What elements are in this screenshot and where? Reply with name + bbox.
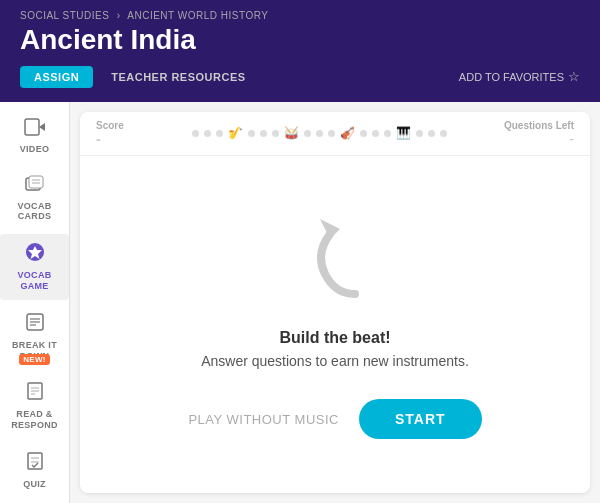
breadcrumb: SOCIAL STUDIES › ANCIENT WORLD HISTORY — [20, 10, 580, 21]
star-icon: ☆ — [568, 69, 580, 84]
game-content: Build the beat! Answer questions to earn… — [80, 156, 590, 493]
header-tabs: ASSIGN TEACHER RESOURCES ADD TO FAVORITE… — [20, 66, 580, 88]
vocab-cards-icon — [25, 175, 45, 198]
vocab-game-icon — [25, 242, 45, 267]
quiz-icon — [25, 451, 45, 476]
svg-rect-3 — [29, 176, 43, 188]
sidebar: VIDEO VOCAB CARDS VOCAB GAME — [0, 102, 70, 503]
new-badge: NEW! — [19, 354, 50, 365]
svg-rect-0 — [25, 119, 39, 135]
dot-11 — [372, 130, 379, 137]
dot-6 — [272, 130, 279, 137]
score-label: Score — [96, 120, 124, 131]
answer-questions-subheading: Answer questions to earn new instruments… — [201, 353, 469, 369]
dot-5 — [260, 130, 267, 137]
game-card: Score - 🎷 🥁 🎻 — [80, 112, 590, 493]
sidebar-vocab-cards-label: VOCAB CARDS — [4, 201, 65, 223]
sidebar-item-quiz[interactable]: QUIZ — [0, 443, 69, 498]
add-to-favorites-button[interactable]: ADD TO FAVORITES ☆ — [459, 69, 580, 84]
questions-left-label: Questions Left — [504, 120, 574, 131]
sidebar-quiz-label: QUIZ — [23, 479, 46, 490]
tab-group: ASSIGN TEACHER RESOURCES — [20, 66, 256, 88]
breadcrumb-social-studies: SOCIAL STUDIES — [20, 10, 109, 21]
page-title: Ancient India — [20, 25, 580, 56]
break-it-down-icon — [25, 312, 45, 337]
breadcrumb-separator: › — [117, 10, 121, 21]
dot-1 — [192, 130, 199, 137]
dot-4 — [248, 130, 255, 137]
sidebar-item-vocab-cards[interactable]: VOCAB CARDS — [0, 167, 69, 231]
start-button[interactable]: START — [359, 399, 482, 439]
add-favorites-label: ADD TO FAVORITES — [459, 71, 564, 83]
piano-icon: 🎹 — [396, 126, 411, 140]
arrow-graphic — [275, 209, 395, 309]
dot-15 — [440, 130, 447, 137]
sidebar-item-read-respond[interactable]: READ & RESPOND — [0, 373, 69, 439]
dot-7 — [304, 130, 311, 137]
dot-9 — [328, 130, 335, 137]
header: SOCIAL STUDIES › ANCIENT WORLD HISTORY A… — [0, 0, 600, 102]
main-layout: VIDEO VOCAB CARDS VOCAB GAME — [0, 102, 600, 503]
music-icon-2: 🎻 — [340, 126, 355, 140]
dot-3 — [216, 130, 223, 137]
questions-left-value: - — [569, 131, 574, 147]
read-respond-icon — [25, 381, 45, 406]
score-value: - — [96, 131, 101, 147]
sidebar-item-vocab-game[interactable]: VOCAB GAME — [0, 234, 69, 300]
svg-marker-22 — [320, 219, 340, 239]
build-beat-heading: Build the beat! — [279, 329, 390, 347]
tab-assign[interactable]: ASSIGN — [20, 66, 93, 88]
video-icon — [24, 118, 46, 141]
dot-14 — [428, 130, 435, 137]
sidebar-vocab-game-label: VOCAB GAME — [4, 270, 65, 292]
sidebar-read-respond-label: READ & RESPOND — [4, 409, 65, 431]
sidebar-video-label: VIDEO — [20, 144, 50, 155]
dot-2 — [204, 130, 211, 137]
sidebar-item-video[interactable]: VIDEO — [0, 110, 69, 163]
score-bar: Score - 🎷 🥁 🎻 — [80, 112, 590, 156]
drum-icon: 🥁 — [284, 126, 299, 140]
dot-13 — [416, 130, 423, 137]
content-area: Score - 🎷 🥁 🎻 — [70, 102, 600, 503]
dot-12 — [384, 130, 391, 137]
dot-8 — [316, 130, 323, 137]
breadcrumb-ancient-world: ANCIENT WORLD HISTORY — [127, 10, 268, 21]
tab-teacher-resources[interactable]: TEACHER RESOURCES — [101, 66, 255, 88]
score-dots: 🎷 🥁 🎻 🎹 — [136, 126, 504, 140]
svg-marker-1 — [39, 123, 45, 131]
play-without-music-button[interactable]: PLAY WITHOUT MUSIC — [188, 412, 339, 427]
sidebar-item-break-it-down[interactable]: BREAK IT DOWN NEW! — [0, 304, 69, 370]
music-icon-1: 🎷 — [228, 126, 243, 140]
action-buttons: PLAY WITHOUT MUSIC START — [188, 399, 481, 439]
dot-10 — [360, 130, 367, 137]
